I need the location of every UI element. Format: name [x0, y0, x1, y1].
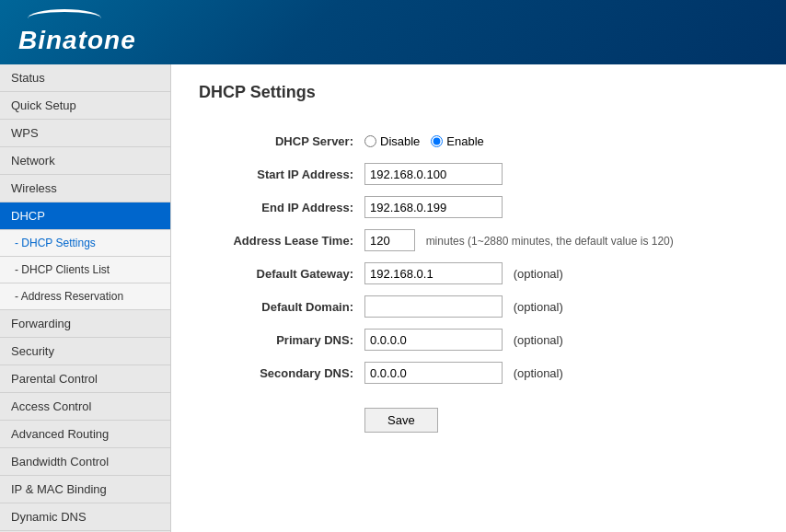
dhcp-server-row: DHCP Server: Disable Enable: [199, 124, 674, 157]
sidebar-item-ip-mac-binding[interactable]: IP & MAC Binding: [0, 476, 170, 503]
sidebar-item-access-control[interactable]: Access Control: [0, 393, 170, 421]
lease-time-hint: minutes (1~2880 minutes, the default val…: [426, 235, 674, 248]
dhcp-server-label: DHCP Server:: [199, 124, 364, 157]
start-ip-input[interactable]: [364, 163, 503, 185]
sidebar-item-bandwidth-control[interactable]: Bandwidth Control: [0, 448, 170, 476]
sidebar-item-dhcp-settings[interactable]: - DHCP Settings: [0, 230, 170, 257]
start-ip-row: Start IP Address:: [199, 157, 674, 191]
default-domain-field: (optional): [364, 290, 674, 323]
secondary-dns-input[interactable]: [364, 362, 503, 384]
enable-label: Enable: [446, 134, 483, 148]
default-domain-label: Default Domain:: [199, 290, 364, 323]
default-domain-input[interactable]: [364, 295, 503, 318]
primary-dns-label: Primary DNS:: [199, 323, 364, 356]
end-ip-label: End IP Address:: [199, 191, 364, 224]
disable-radio[interactable]: [364, 135, 376, 147]
default-gateway-label: Default Gateway:: [199, 257, 364, 290]
sidebar-item-dynamic-dns[interactable]: Dynamic DNS: [0, 503, 170, 531]
sidebar-item-quick-setup[interactable]: Quick Setup: [0, 92, 170, 120]
primary-dns-row: Primary DNS: (optional): [199, 323, 674, 356]
sidebar-item-advanced-routing[interactable]: Advanced Routing: [0, 421, 170, 448]
logo-arc: [28, 9, 101, 28]
sidebar-item-status[interactable]: Status: [0, 64, 170, 92]
primary-dns-input[interactable]: [364, 329, 503, 351]
default-gateway-optional: (optional): [514, 267, 563, 281]
sidebar-item-security[interactable]: Security: [0, 338, 170, 365]
sidebar-item-forwarding[interactable]: Forwarding: [0, 310, 170, 338]
default-domain-optional: (optional): [514, 300, 563, 314]
disable-label: Disable: [380, 134, 420, 148]
sidebar-item-network[interactable]: Network: [0, 147, 170, 175]
main-layout: Status Quick Setup WPS Network Wireless …: [0, 64, 786, 532]
sidebar: Status Quick Setup WPS Network Wireless …: [0, 64, 171, 532]
sidebar-item-dhcp[interactable]: DHCP: [0, 202, 170, 230]
disable-radio-label[interactable]: Disable: [364, 134, 420, 148]
dhcp-form: DHCP Server: Disable Enable: [199, 124, 674, 433]
primary-dns-optional: (optional): [514, 333, 563, 347]
secondary-dns-optional: (optional): [514, 366, 563, 380]
save-row: Save: [199, 389, 674, 433]
lease-time-row: Address Lease Time: minutes (1~2880 minu…: [199, 224, 674, 257]
end-ip-field: [364, 191, 674, 224]
sidebar-item-parental-control[interactable]: Parental Control: [0, 365, 170, 393]
end-ip-input[interactable]: [364, 196, 503, 218]
enable-radio[interactable]: [431, 135, 443, 147]
lease-time-input[interactable]: [364, 229, 415, 251]
content-area: DHCP Settings DHCP Server: Disable Enabl…: [171, 64, 786, 532]
sidebar-item-wps[interactable]: WPS: [0, 120, 170, 147]
lease-time-field: minutes (1~2880 minutes, the default val…: [364, 224, 674, 257]
sidebar-item-dhcp-clients-list[interactable]: - DHCP Clients List: [0, 257, 170, 283]
end-ip-row: End IP Address:: [199, 191, 674, 224]
default-gateway-input[interactable]: [364, 262, 503, 284]
dhcp-server-radio-group: Disable Enable: [364, 134, 674, 148]
sidebar-item-wireless[interactable]: Wireless: [0, 175, 170, 202]
enable-radio-label[interactable]: Enable: [431, 134, 483, 148]
save-button[interactable]: Save: [364, 408, 438, 433]
secondary-dns-row: Secondary DNS: (optional): [199, 356, 674, 389]
save-field: Save: [364, 389, 674, 433]
start-ip-label: Start IP Address:: [199, 157, 364, 191]
default-domain-row: Default Domain: (optional): [199, 290, 674, 323]
start-ip-field: [364, 157, 674, 191]
secondary-dns-label: Secondary DNS:: [199, 356, 364, 389]
page-title: DHCP Settings: [199, 83, 758, 102]
lease-time-label: Address Lease Time:: [199, 224, 364, 257]
sidebar-item-address-reservation[interactable]: - Address Reservation: [0, 283, 170, 310]
default-gateway-field: (optional): [364, 257, 674, 290]
dhcp-server-field: Disable Enable: [364, 124, 674, 157]
logo-area: Binatone: [18, 9, 136, 55]
logo-text: Binatone: [18, 26, 136, 55]
primary-dns-field: (optional): [364, 323, 674, 356]
default-gateway-row: Default Gateway: (optional): [199, 257, 674, 290]
header: Binatone: [0, 0, 786, 64]
secondary-dns-field: (optional): [364, 356, 674, 389]
